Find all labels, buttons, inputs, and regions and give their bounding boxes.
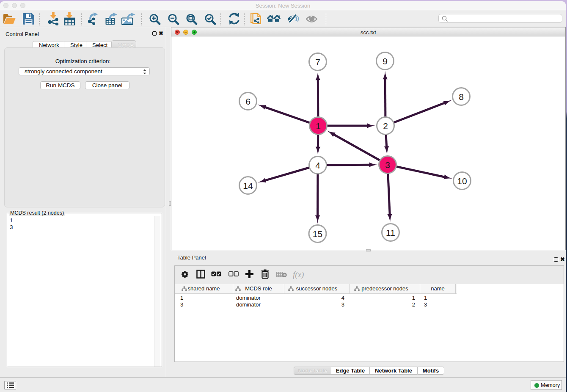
svg-text:9: 9 <box>383 56 388 66</box>
svg-text:8: 8 <box>459 92 464 102</box>
svg-text:10: 10 <box>457 176 467 186</box>
svg-text:11: 11 <box>386 228 395 237</box>
svg-text:6: 6 <box>245 97 250 106</box>
svg-text:7: 7 <box>315 57 320 67</box>
svg-text:14: 14 <box>243 181 253 190</box>
svg-text:3: 3 <box>385 160 390 170</box>
svg-text:15: 15 <box>313 229 322 239</box>
svg-text:1: 1 <box>316 121 321 131</box>
svg-text:2: 2 <box>383 121 388 131</box>
svg-text:4: 4 <box>315 160 320 170</box>
